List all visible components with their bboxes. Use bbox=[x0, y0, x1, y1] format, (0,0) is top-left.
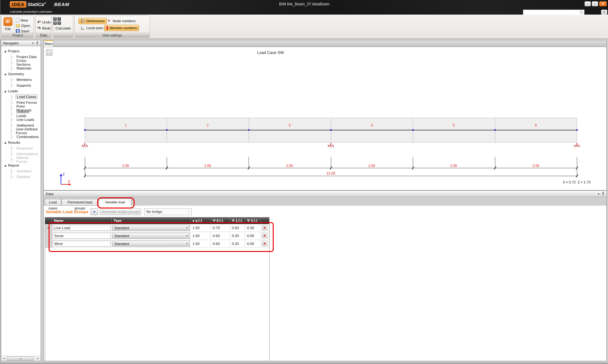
scrollbar-right-arrow[interactable]: ► bbox=[36, 356, 40, 361]
zoom-extents-button[interactable]: ↖↗↙↘ bbox=[46, 49, 52, 56]
redo-button[interactable]: ↷Redo bbox=[37, 25, 51, 31]
name-field[interactable]: Wind bbox=[53, 241, 111, 247]
expander-icon[interactable]: ◢ bbox=[4, 90, 6, 93]
expander-icon[interactable]: ◢ bbox=[4, 141, 6, 144]
coordinate-axes-icon: Z X bbox=[57, 172, 72, 186]
model-canvas[interactable]: ↖↗↙↘ Load Case SW 1 2 3 4 5 6 bbox=[43, 47, 607, 190]
type-select-value: Standard bbox=[114, 242, 129, 246]
column-header-type[interactable]: Type bbox=[112, 217, 190, 224]
nav-item-members[interactable]: Members bbox=[11, 77, 41, 83]
nav-item-uniform-loads[interactable]: Uniform Loads bbox=[11, 111, 41, 117]
nav-item-user-defined-forces[interactable]: User-Defined Forces bbox=[11, 128, 41, 134]
delete-row-button[interactable]: ✖ bbox=[262, 225, 267, 230]
gamma-q-cell[interactable]: 1.50 bbox=[190, 224, 211, 232]
chevron-down-icon: ▾ bbox=[186, 234, 188, 237]
maximize-button[interactable]: □ bbox=[592, 1, 598, 6]
segment-dimension-label: 2.00 bbox=[367, 164, 376, 168]
open-button-label: Open bbox=[21, 24, 30, 28]
row-selector[interactable] bbox=[45, 232, 52, 240]
name-field[interactable]: Live Load bbox=[53, 225, 111, 231]
node-point[interactable] bbox=[248, 129, 250, 131]
gamma-q-cell[interactable]: 1.50 bbox=[190, 240, 211, 248]
row-selector[interactable] bbox=[45, 240, 52, 248]
scrollbar-thumb[interactable] bbox=[7, 356, 34, 361]
member-numbers-icon bbox=[106, 26, 108, 30]
nav-item-combinations[interactable]: Combinations bbox=[11, 134, 41, 140]
psi1-cell[interactable]: 0.20 bbox=[230, 232, 245, 240]
node-point[interactable] bbox=[412, 129, 414, 131]
expander-icon[interactable]: ◢ bbox=[4, 73, 6, 76]
row-selector[interactable]: ▸ bbox=[45, 224, 52, 232]
node-point[interactable] bbox=[84, 129, 86, 131]
local-axes-icon bbox=[80, 26, 85, 30]
file-button[interactable]: ID File bbox=[3, 17, 13, 31]
type-select[interactable]: Standard▾ bbox=[112, 241, 190, 247]
dimensions-toggle[interactable]: Dimensions bbox=[78, 18, 107, 24]
psi0-cell[interactable]: 0.70 bbox=[211, 224, 230, 232]
undo-button[interactable]: ↶Undo bbox=[37, 19, 51, 25]
column-header-psi2[interactable]: Ψ 2 [-] bbox=[245, 217, 260, 224]
info-button[interactable]: i bbox=[601, 10, 607, 15]
search-box[interactable] bbox=[523, 10, 585, 15]
scrollbar-left-arrow[interactable]: ◄ bbox=[2, 356, 6, 361]
nav-section-geometry[interactable]: ◢Geometry bbox=[1, 71, 41, 77]
psi1-cell[interactable]: 0.20 bbox=[230, 240, 245, 248]
minimize-button[interactable]: – bbox=[585, 1, 591, 6]
calculate-button[interactable]: +−×÷ Calculate bbox=[53, 17, 73, 30]
node-point[interactable] bbox=[494, 129, 496, 131]
column-header-delete bbox=[260, 217, 269, 224]
psi2-cell[interactable]: 0.00 bbox=[245, 232, 260, 240]
navigator-horizontal-scrollbar[interactable]: ◄ ► bbox=[1, 356, 41, 361]
expander-icon[interactable]: ◢ bbox=[4, 164, 6, 167]
pin-icon[interactable] bbox=[36, 41, 39, 45]
column-header-psi0[interactable]: Ψ 0 [-] bbox=[211, 217, 230, 224]
search-input[interactable] bbox=[523, 10, 579, 14]
pin-icon[interactable] bbox=[602, 192, 605, 196]
node-numbers-toggle[interactable]: Node numbers bbox=[105, 18, 137, 24]
type-select[interactable]: Standard▾ bbox=[112, 233, 190, 239]
expander-icon[interactable]: ◢ bbox=[4, 50, 6, 53]
search-icon bbox=[579, 10, 584, 14]
nav-item-supports[interactable]: Supports bbox=[11, 83, 41, 88]
psi2-cell[interactable]: 0.00 bbox=[245, 240, 260, 248]
local-axes-toggle[interactable]: Local axes bbox=[78, 25, 105, 31]
nav-section-loads[interactable]: ◢Loads bbox=[1, 88, 41, 94]
type-select[interactable]: Standard▾ bbox=[112, 225, 190, 231]
psi0-cell[interactable]: 0.50 bbox=[211, 232, 230, 240]
column-header-gamma-q[interactable]: γ q [-] bbox=[190, 217, 211, 224]
cursor-coordinates: X = 0.72 Z = 1.70 bbox=[563, 180, 591, 184]
psi0-cell[interactable]: 0.60 bbox=[211, 240, 230, 248]
node-point[interactable] bbox=[166, 129, 168, 131]
member-numbers-toggle[interactable]: Member numbers bbox=[104, 25, 139, 31]
delete-row-button[interactable]: ✖ bbox=[262, 233, 267, 238]
gamma-q-cell[interactable]: 1.50 bbox=[190, 232, 211, 240]
node-point[interactable] bbox=[330, 129, 332, 131]
tab-variable-load-groups[interactable]: Variable load groups bbox=[99, 199, 131, 206]
segment-dimension-label: 2.00 bbox=[531, 164, 540, 168]
nav-item-detailed: Detailed bbox=[11, 174, 41, 180]
nav-item-load-cases[interactable]: Load Cases bbox=[11, 94, 41, 100]
delete-row-button[interactable]: ✖ bbox=[262, 241, 267, 246]
nav-children: Project Data Cross-Sections Materials bbox=[11, 54, 41, 71]
psi2-cell[interactable]: 0.30 bbox=[245, 224, 260, 232]
new-button-label: New bbox=[21, 18, 28, 22]
nav-section-results[interactable]: ◢Results bbox=[1, 140, 41, 145]
close-button[interactable]: × bbox=[599, 1, 607, 6]
name-field[interactable]: Snow bbox=[53, 233, 111, 239]
column-header-psi1[interactable]: Ψ 1 [-] bbox=[230, 217, 245, 224]
chevron-down-icon[interactable]: ▾ bbox=[32, 42, 34, 45]
column-header-name[interactable]: Name bbox=[52, 217, 112, 224]
node-point[interactable] bbox=[576, 129, 578, 131]
tab-load-cases[interactable]: Load cases bbox=[45, 199, 61, 206]
psi1-cell[interactable]: 0.50 bbox=[230, 224, 245, 232]
data-panel-header: Data ▾ bbox=[44, 191, 606, 197]
tab-permanent-load-groups[interactable]: Permanent load groups bbox=[62, 199, 98, 206]
tab-main[interactable]: Main bbox=[44, 40, 53, 47]
add-load-group-button[interactable]: + bbox=[90, 208, 98, 215]
new-button[interactable]: New bbox=[16, 17, 28, 23]
nav-item-label: Standard bbox=[15, 169, 33, 173]
nav-section-project[interactable]: ◢Project bbox=[1, 48, 41, 54]
open-button[interactable]: Open bbox=[16, 23, 30, 28]
nav-item-cross-sections[interactable]: Cross-Sections bbox=[11, 60, 41, 65]
chevron-down-icon[interactable]: ▾ bbox=[598, 192, 599, 195]
